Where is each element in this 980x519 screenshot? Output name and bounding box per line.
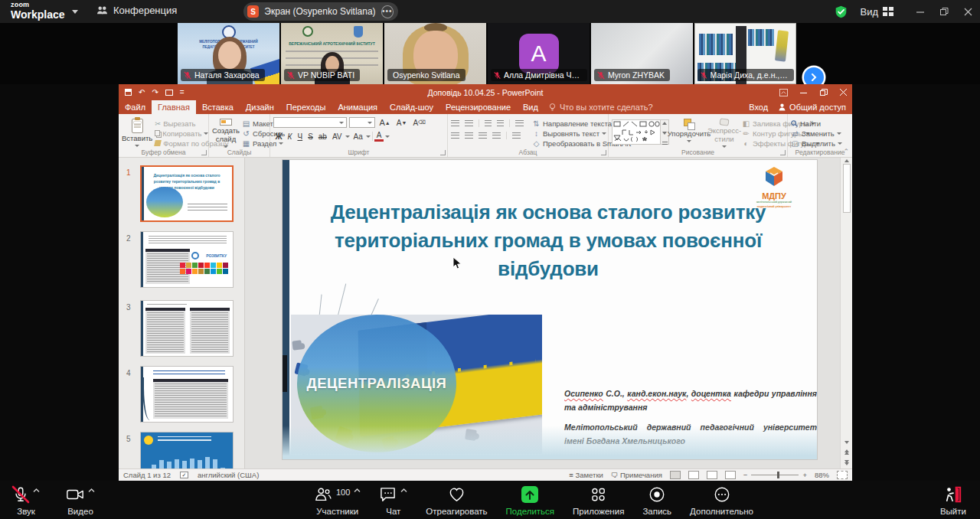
next-slide-button[interactable]: [844, 460, 849, 465]
numbering-icon[interactable]: [465, 120, 473, 126]
zoom-slider-thumb[interactable]: [777, 472, 779, 478]
increase-indent-icon[interactable]: [497, 120, 504, 126]
font-dialog-launcher[interactable]: [440, 150, 446, 155]
share-screen-button[interactable]: Поделиться: [506, 486, 555, 516]
change-case-button[interactable]: Aa: [351, 131, 364, 142]
language-indicator[interactable]: английский (США): [198, 471, 259, 479]
participant-tile-6[interactable]: Марія Диха, д.е.н., про...: [694, 23, 796, 84]
shadow-button[interactable]: S: [306, 131, 315, 142]
new-slide-button[interactable]: Создать слайд: [212, 117, 240, 148]
video-button[interactable]: Видео: [66, 486, 95, 516]
zoom-percentage[interactable]: 88%: [815, 471, 829, 479]
paragraph-dialog-launcher[interactable]: [601, 150, 606, 155]
align-left-icon[interactable]: [451, 132, 459, 139]
collapse-ribbon-button[interactable]: ⌃: [843, 148, 849, 155]
drawing-dialog-launcher[interactable]: [780, 150, 786, 155]
tab-animations[interactable]: Анимация: [332, 100, 384, 114]
font-color-button[interactable]: А: [374, 132, 384, 142]
record-button[interactable]: Запись: [642, 486, 671, 516]
participant-tile-5[interactable]: Myron ZHYBAK: [591, 23, 693, 84]
more-button[interactable]: Дополнительно: [690, 486, 753, 516]
select-button[interactable]: ▢Выделить: [791, 139, 842, 148]
paste-button[interactable]: Вставить: [122, 117, 152, 148]
participants-button[interactable]: 100 Участники: [314, 486, 361, 516]
participant-tile-4[interactable]: A Алла Дмитрівна Чику...: [488, 23, 590, 84]
sign-in-button[interactable]: Вход: [749, 103, 768, 112]
leave-meeting-button[interactable]: Выйти: [940, 486, 966, 516]
comments-toggle[interactable]: 🗨 Примечания: [611, 471, 662, 479]
normal-view-button[interactable]: [670, 471, 681, 479]
tell-me-box[interactable]: Что вы хотите сделать?: [549, 103, 653, 112]
decrease-indent-icon[interactable]: [485, 120, 492, 126]
zoom-slider[interactable]: − +: [743, 471, 807, 479]
ppt-close-button[interactable]: [840, 89, 848, 96]
audio-button[interactable]: Звук: [12, 486, 40, 516]
meeting-tab[interactable]: Конференция: [96, 5, 177, 16]
character-spacing-button[interactable]: AV: [330, 131, 344, 142]
restore-window-button[interactable]: [940, 8, 949, 16]
slide-author-block[interactable]: Осипенко С.О., канд.екон.наук, доцентка …: [564, 387, 817, 449]
close-window-button[interactable]: [964, 8, 972, 16]
tab-home[interactable]: Главная: [152, 100, 196, 114]
fit-to-window-button[interactable]: [837, 471, 848, 479]
quick-styles-button[interactable]: Экспресс-стили: [709, 117, 740, 148]
arrange-button[interactable]: Упорядочить: [671, 117, 707, 148]
ribbon-display-options-icon[interactable]: [779, 89, 788, 96]
spellcheck-icon[interactable]: ✓: [180, 472, 188, 478]
justify-icon[interactable]: [492, 132, 501, 139]
notes-toggle[interactable]: ≡ Заметки: [569, 471, 603, 479]
apps-button[interactable]: Приложения: [573, 486, 624, 516]
participant-tile-1[interactable]: МЕЛІТОПОЛЬСЬКИЙ ДЕРЖАВНИЙПЕДАГОГІЧНИЙ УН…: [178, 23, 279, 84]
slide-title[interactable]: Децентралізація як основа сталого розвит…: [315, 198, 782, 283]
slide-scrollbar[interactable]: [840, 158, 852, 468]
tab-view[interactable]: Вид: [517, 100, 544, 114]
participants-options-chevron[interactable]: [354, 488, 361, 493]
bold-button[interactable]: Ж: [273, 131, 284, 142]
slide-sorter-view-button[interactable]: [688, 471, 699, 479]
slide-thumbnail-4[interactable]: [140, 366, 234, 423]
ppt-minimize-button[interactable]: [800, 89, 808, 96]
strikethrough-button[interactable]: ab: [316, 131, 328, 142]
participant-tile-3-active-speaker[interactable]: Osypenko Svitlana: [384, 23, 486, 84]
scrollbar-thumb[interactable]: [843, 164, 851, 213]
chat-button[interactable]: Чат: [379, 486, 407, 516]
participant-tile-2[interactable]: БЕРЕЖАНСЬКИЙ АГРОТЕХНІЧНИЙ ІНСТИТУТ VP N…: [281, 23, 383, 84]
slide-thumbnail-2[interactable]: РОЗВИТКУ: [140, 231, 234, 288]
view-button[interactable]: Вид: [860, 6, 893, 18]
line-spacing-icon[interactable]: [515, 120, 524, 126]
scroll-down-arrow[interactable]: [844, 441, 849, 444]
workspace-chevron-icon[interactable]: [72, 10, 78, 14]
italic-button[interactable]: К: [286, 131, 294, 142]
screen-tab-more-button[interactable]: •••: [381, 5, 394, 18]
scroll-up-arrow[interactable]: [844, 159, 849, 162]
tab-transitions[interactable]: Переходы: [280, 100, 332, 114]
align-right-icon[interactable]: [479, 132, 487, 139]
reading-view-button[interactable]: [707, 471, 717, 479]
security-shield-icon[interactable]: [835, 5, 848, 18]
tab-insert[interactable]: Вставка: [196, 100, 240, 114]
ppt-restore-button[interactable]: [820, 89, 828, 96]
tab-review[interactable]: Рецензирование: [439, 100, 517, 114]
shapes-gallery[interactable]: [612, 119, 661, 145]
share-document-button[interactable]: Общий доступ: [779, 103, 846, 112]
current-slide-canvas[interactable]: Децентралізація як основа сталого розвит…: [282, 159, 818, 460]
audio-options-chevron[interactable]: [33, 488, 40, 493]
tab-slideshow[interactable]: Слайд-шоу: [384, 100, 439, 114]
video-options-chevron[interactable]: [88, 488, 95, 493]
decrease-font-button[interactable]: А▼: [394, 117, 409, 128]
slide-thumbnail-5[interactable]: [140, 432, 234, 468]
slideshow-view-button[interactable]: [725, 471, 736, 479]
tab-file[interactable]: Файл: [119, 100, 152, 114]
columns-icon[interactable]: [512, 132, 521, 139]
font-size-combo[interactable]: [349, 117, 375, 128]
slide-thumbnail-1[interactable]: Децентралізація як основа сталого розвит…: [140, 165, 234, 222]
clipboard-dialog-launcher[interactable]: [201, 150, 207, 155]
find-button[interactable]: Найти: [791, 119, 842, 128]
align-center-icon[interactable]: [465, 132, 473, 139]
increase-font-button[interactable]: А▲: [377, 117, 392, 128]
underline-button[interactable]: Ч: [296, 131, 305, 142]
chat-options-chevron[interactable]: [400, 488, 407, 493]
replace-button[interactable]: ⇄Заменить: [791, 129, 842, 138]
font-name-combo[interactable]: [273, 117, 347, 128]
slide-thumbnail-3[interactable]: [140, 300, 234, 357]
